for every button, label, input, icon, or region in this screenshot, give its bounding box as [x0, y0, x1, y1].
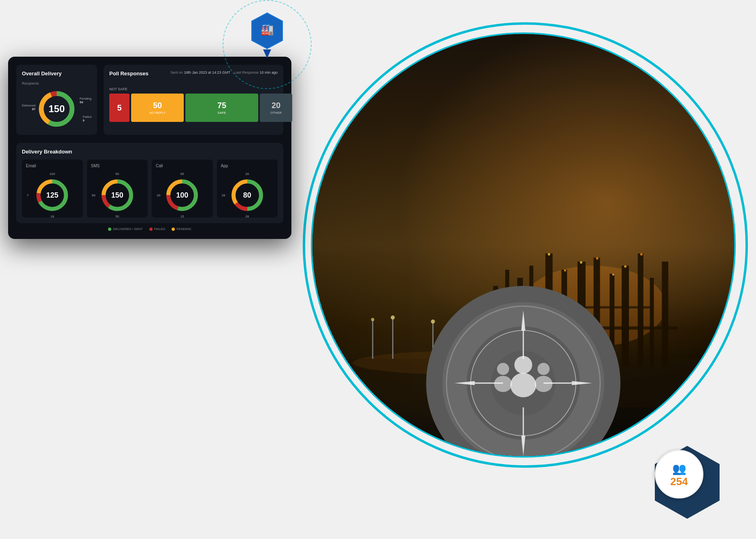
app-chart: App 26 28 26 80: [217, 160, 278, 217]
svg-point-27: [391, 315, 395, 320]
badge-254-container: 👥 254: [655, 450, 703, 499]
chart-legend: DELIVERED / SENT FAILED PENDING: [16, 227, 283, 231]
legend-failed: FAILED: [149, 227, 166, 231]
email-title: Email: [26, 164, 36, 168]
poll-bars: 5 50 NO REPLY 75 SAFE 20 OTHER: [109, 94, 278, 122]
svg-point-47: [510, 373, 536, 397]
poll-responses-title: Poll Responses: [109, 70, 149, 77]
badge-people-icon: 👥: [672, 462, 686, 475]
delivery-breakdown-section: Delivery Breakdown Email 100 18 7 125: [16, 143, 283, 223]
breakdown-charts: Email 100 18 7 125 SMS: [22, 160, 278, 217]
svg-point-31: [371, 318, 374, 321]
not-safe-label: NOT SAFE: [109, 87, 278, 91]
email-donut: 100 18 7 125: [34, 177, 70, 213]
failed-label: Failed 9: [83, 115, 91, 122]
call-donut: 65 15 20 100: [164, 177, 200, 213]
pin-tail: [263, 49, 271, 58]
pending-label: Pending 54: [80, 97, 91, 104]
app-donut: 26 28 26 80: [229, 177, 265, 213]
badge-count: 254: [670, 476, 688, 487]
svg-rect-10: [638, 254, 643, 367]
overall-center-value: 150: [49, 103, 65, 115]
svg-point-48: [497, 363, 509, 375]
svg-point-46: [514, 356, 532, 374]
email-chart: Email 100 18 7 125: [22, 160, 83, 217]
svg-point-49: [494, 376, 512, 392]
svg-point-50: [537, 363, 550, 375]
call-title: Call: [156, 164, 163, 168]
svg-point-20: [564, 270, 566, 272]
legend-delivered: DELIVERED / SENT: [108, 227, 142, 231]
sms-title: SMS: [91, 164, 100, 168]
delivered-label: Delivered 87: [22, 104, 36, 111]
svg-point-25: [640, 253, 643, 256]
location-pin-container: 🏭: [251, 12, 283, 49]
svg-point-24: [624, 265, 626, 268]
call-chart: Call 65 15 20 100: [152, 160, 213, 217]
sms-donut: 50 50 50 150: [99, 177, 136, 213]
app-title: App: [221, 164, 228, 168]
svg-point-51: [535, 376, 552, 392]
overall-donut: 150: [36, 89, 77, 129]
sms-chart: SMS 50 50 50 150: [87, 160, 148, 217]
svg-point-21: [580, 261, 582, 264]
poll-bar-no-reply: 50 NO REPLY: [131, 94, 184, 122]
recipients-label: Recipients: [22, 81, 91, 85]
legend-pending: PENDING: [172, 227, 191, 231]
svg-point-19: [548, 253, 550, 256]
svg-point-22: [596, 257, 599, 260]
delivery-breakdown-title: Delivery Breakdown: [22, 149, 278, 155]
poll-bar-other: 20 OTHER: [260, 94, 292, 122]
background-circle: [311, 32, 736, 458]
poll-bar-not-safe: 5: [109, 94, 130, 122]
svg-rect-11: [650, 278, 654, 367]
svg-point-23: [612, 274, 614, 276]
overall-delivery-section: Overall Delivery Recipients Delivered 87: [16, 65, 97, 135]
poll-bar-safe: 75 SAFE: [185, 94, 258, 122]
pin-hexagon: 🏭: [251, 12, 283, 49]
svg-text:🏭: 🏭: [261, 23, 274, 36]
overall-delivery-title: Overall Delivery: [22, 70, 91, 77]
svg-rect-12: [662, 262, 668, 367]
